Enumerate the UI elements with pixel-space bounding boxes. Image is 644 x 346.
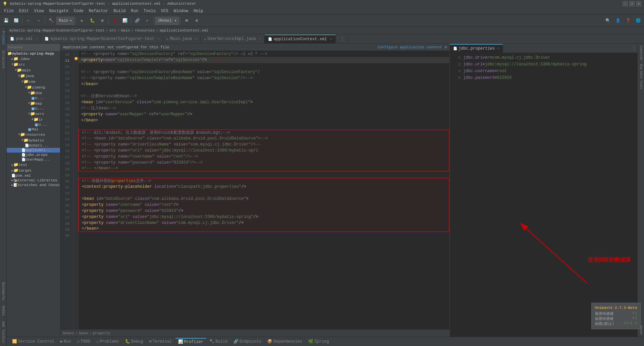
user-button[interactable]: 👤 [613, 16, 623, 25]
vcs-tool[interactable]: 🔀 Version Control [9, 338, 57, 345]
sidebar-expand-icon[interactable]: ≡ [17, 46, 19, 49]
tab-configurer-close[interactable]: × [157, 37, 159, 41]
terminal-button[interactable]: ⊞ [182, 16, 192, 25]
tree-scratches[interactable]: ▶ 📝 Scratches and Console [7, 183, 60, 187]
tree-test[interactable]: ▶ 📁 test [7, 162, 60, 168]
tree-u2[interactable]: U U... [7, 106, 60, 111]
tab-userservice[interactable]: ☕ UserServiceImpl.java × [201, 35, 265, 43]
tree-pom[interactable]: 📄 pom.xml [7, 173, 60, 178]
dependencies-tool[interactable]: 📦 Dependencies [265, 338, 305, 345]
right-panel-menu[interactable]: ⋮ [631, 46, 637, 51]
sidebar-collapse-all[interactable]: ⊟ [20, 45, 22, 49]
menu-navigate[interactable]: Navigate [46, 8, 71, 14]
sidebar-sync-icon[interactable]: 🗂 [13, 45, 17, 49]
tree-mybatis[interactable]: ▼ 📁 mybatis [7, 137, 60, 143]
menu-view[interactable]: View [32, 8, 47, 14]
close-button[interactable]: ✕ [636, 1, 641, 6]
build-tool[interactable]: 🔨 Build [207, 338, 230, 345]
tree-appcontext-xml[interactable]: 📄 applicati... [7, 148, 60, 153]
tree-mai[interactable]: ☕ Mai [7, 127, 60, 132]
help-button[interactable]: ❓ [623, 16, 633, 25]
configure-gear-icon[interactable]: ⚙ [444, 45, 447, 49]
tab-more[interactable]: ⋮ [337, 35, 348, 43]
tree-map[interactable]: ▼ 📁 map [7, 101, 60, 106]
vcs-button[interactable]: 🔗 [132, 16, 142, 25]
translate-button[interactable]: 🌐 [633, 16, 643, 25]
menu-vcs[interactable]: VCS [158, 8, 171, 14]
debug-button[interactable]: 🐛 [88, 16, 97, 25]
rebel-tab[interactable]: Rebel [1, 303, 6, 319]
terminal-tool[interactable]: ⊞ Terminal [147, 338, 175, 345]
sidebar-collapse-icon[interactable]: ≡ [8, 46, 10, 49]
tree-u1[interactable]: U U... [7, 96, 60, 101]
minimize-button[interactable]: — [623, 1, 628, 6]
problems-tool[interactable]: ⚠ Problems [94, 338, 122, 345]
save-all-button[interactable]: 💾 [1, 16, 11, 25]
tab-appcontext-close[interactable]: × [330, 38, 332, 41]
profiler-tool[interactable]: 📊 Profiler [175, 338, 206, 345]
stop-button[interactable]: ■ [110, 16, 119, 25]
menu-edit[interactable]: Edit [16, 8, 32, 14]
tab-configurer[interactable]: 📄 mybatis-spring-MapperScannerConfigurer… [41, 35, 163, 43]
menu-refactor[interactable]: Refactor [86, 8, 111, 14]
tab-appcontext[interactable]: 📄 applicationContext.xml × [265, 35, 335, 43]
profile-button[interactable]: 📊 [120, 16, 129, 25]
title-bar-controls[interactable]: — ❐ ✕ [623, 1, 641, 6]
tree-serv[interactable]: ▼ 📁 serv [7, 111, 60, 117]
spring-tool[interactable]: 🌿 Spring [306, 338, 331, 345]
sync-button[interactable]: 🔄 [11, 16, 21, 25]
tree-main[interactable]: ▼ 📁 main [7, 67, 60, 73]
menu-code[interactable]: Code [71, 8, 86, 14]
project-tab[interactable]: Project [1, 28, 6, 48]
tree-root[interactable]: 📁 mybatis-spring-Mapp [7, 51, 60, 56]
run-config-button[interactable]: ⚙ [98, 16, 107, 25]
search-button[interactable]: 🔍 [603, 16, 612, 25]
debug-tool[interactable]: 🐛 Debug [122, 338, 146, 345]
tab-pom-xml[interactable]: 📄 pom.xml × [7, 35, 41, 43]
sidebar-filter-icon[interactable]: ⚙ [11, 45, 13, 49]
todo-tool[interactable]: ☑ TODO [74, 338, 93, 345]
structure-tab[interactable]: Structure [1, 48, 6, 71]
tree-u3[interactable]: U U... [7, 122, 60, 127]
menu-build[interactable]: Build [111, 8, 128, 14]
endpoints-tool[interactable]: 🔗 Endpoints [231, 338, 264, 345]
tree-mybatis-xml[interactable]: 📄 mybati... [7, 143, 60, 148]
run-tool[interactable]: ▶ Run [58, 338, 74, 345]
tree-ext-libs[interactable]: ▶ 📚 External Libraries [7, 178, 60, 183]
tree-jdbc-props[interactable]: 📄 jdbc.prope [7, 153, 60, 157]
tab-jdbc-props[interactable]: 📄 jdbc.properties × [450, 44, 503, 53]
tree-resources[interactable]: ▼ 📁 resources [7, 132, 60, 137]
codeside-tab[interactable]: Codeside [639, 44, 643, 62]
bigdata-tab[interactable]: Big Data Tools [639, 62, 643, 92]
tree-ir[interactable]: ▼ 📁 ir [7, 117, 60, 122]
tree-usermapp-xml[interactable]: 📄 UserMapp... [7, 157, 60, 162]
tree-com[interactable]: ▼ 📁 com [7, 79, 60, 84]
tree-src[interactable]: ▼ 📁 src [7, 62, 60, 67]
menu-run[interactable]: Run [128, 8, 141, 14]
main-branch-dropdown[interactable]: Main ▾ [56, 17, 74, 25]
commit-button[interactable]: ✓ [143, 16, 152, 25]
menu-window[interactable]: Window [171, 8, 191, 14]
code-content[interactable]: <!-- <property name="sqlSessionFactory" … [78, 51, 449, 329]
menu-tools[interactable]: Tools [141, 8, 158, 14]
tree-target[interactable]: ▶ 📁 target [7, 168, 60, 173]
tree-yimeng[interactable]: ▼ 📁 yimeng [7, 84, 60, 90]
tree-java[interactable]: ▼ 📁 java [7, 73, 60, 79]
tab-main-java[interactable]: ☕ Main.java × [163, 35, 201, 43]
tree-idea[interactable]: ▶ 📁 .idea [7, 56, 60, 62]
tab-main-close[interactable]: × [195, 37, 197, 41]
forward-button[interactable]: → [34, 16, 43, 25]
menu-help[interactable]: Help [191, 8, 206, 14]
bulb-marker[interactable]: 💡 [74, 57, 78, 60]
menu-file[interactable]: File [1, 8, 16, 14]
jrebel-dropdown[interactable]: JRebel ▾ [155, 17, 179, 25]
run-button[interactable]: ▶ [77, 16, 87, 25]
tree-dom[interactable]: ▼ 📁 dom [7, 90, 60, 96]
maximize-button[interactable]: ❐ [629, 1, 635, 6]
back-button[interactable]: ← [24, 16, 33, 25]
bookmarks-tab[interactable]: Bookmarks [1, 280, 6, 303]
build-button[interactable]: 🔨 [46, 16, 56, 25]
jdbc-props-close[interactable]: × [497, 47, 499, 51]
tab-userservice-close[interactable]: × [259, 37, 261, 41]
settings-button[interactable]: ⚙ [192, 16, 202, 25]
